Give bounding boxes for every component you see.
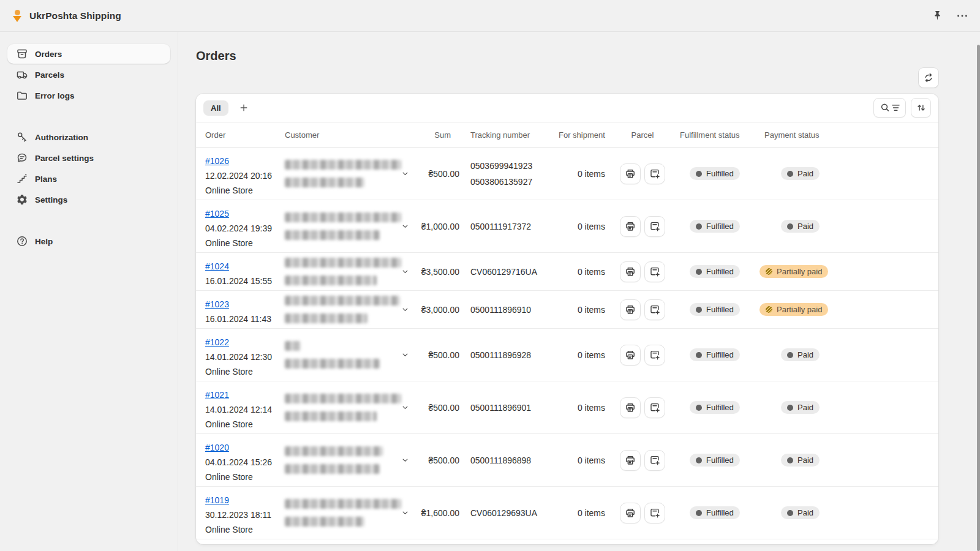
create-parcel-button[interactable] [644,503,665,523]
create-parcel-button[interactable] [644,163,665,184]
add-label-icon [649,304,661,316]
for-shipment-cell: 0 items [559,305,605,315]
add-label-icon [649,402,661,414]
status-dot-icon [787,352,793,358]
ellipsis-menu-icon[interactable] [956,9,969,23]
sidebar-item-authorization[interactable]: Authorization [7,127,170,147]
payment-status-badge: Paid [781,348,820,361]
key-icon [16,131,28,143]
for-shipment-cell: 0 items [559,169,605,179]
chevron-down-icon[interactable] [401,350,410,359]
sidebar-item-plans[interactable]: Plans [7,169,170,189]
create-parcel-button[interactable] [644,345,665,365]
printer-icon [624,454,636,467]
order-cell: #1024 16.01.2024 15:55 [205,253,285,288]
logo-body-shape [13,16,21,22]
print-label-button[interactable] [620,163,641,184]
create-parcel-button[interactable] [644,261,665,282]
create-parcel-button[interactable] [644,299,665,320]
print-label-button[interactable] [620,261,641,282]
order-number-link[interactable]: #1021 [205,390,229,400]
sidebar-item-parcel-settings[interactable]: Parcel settings [7,148,170,168]
tracking-number-cell: 05036999419230503806135927 [459,161,559,187]
customer-phone-blurred [285,359,380,369]
sidebar: Orders Parcels Error logs Authorization … [0,32,178,551]
chevron-down-icon[interactable] [401,508,410,517]
customer-phone-blurred [285,517,364,527]
page-scrollbar[interactable] [977,45,980,551]
order-number-link[interactable]: #1023 [205,299,229,309]
table-row: #1019 30.12.2023 18:11 Online Store ₴1,6… [196,487,938,539]
tab-all[interactable]: All [203,100,228,116]
plus-icon [239,103,249,113]
add-view-button[interactable] [236,100,252,116]
for-shipment-cell: 0 items [559,222,605,231]
payment-status-cell: Paid [760,167,938,180]
sort-button[interactable] [911,98,931,118]
customer-name-blurred [285,212,401,222]
status-dot-icon [696,269,702,275]
sum-cell: ₴500.00 [413,403,459,413]
printer-icon [624,168,636,180]
chevron-down-icon[interactable] [401,222,410,231]
parcel-cell [605,345,680,365]
page-title: Orders [196,49,938,63]
print-label-button[interactable] [620,299,641,320]
column-header-for-shipment: For shipment [559,130,605,140]
sidebar-item-parcels[interactable]: Parcels [7,65,170,84]
for-shipment-cell: 0 items [559,350,605,360]
customer-cell [285,499,413,527]
customer-phone-blurred [285,411,377,421]
chevron-down-icon[interactable] [401,169,410,178]
order-number-link[interactable]: #1026 [205,156,229,166]
order-number-link[interactable]: #1025 [205,209,229,219]
search-and-filter-button[interactable] [873,98,906,118]
sidebar-item-error-logs[interactable]: Error logs [7,86,170,105]
print-label-button[interactable] [620,345,641,365]
gear-icon [16,193,28,206]
create-parcel-button[interactable] [644,216,665,237]
sidebar-item-help[interactable]: Help [7,231,170,251]
order-date: 12.02.2024 20:16 [205,168,285,183]
status-dot-icon [787,223,793,230]
add-label-icon [649,266,661,278]
customer-cell [285,258,413,285]
order-number-link[interactable]: #1019 [205,495,229,505]
payment-status-label: Partially paid [777,267,822,276]
sidebar-item-label: Settings [35,195,67,204]
payment-status-cell: Paid [760,506,938,519]
customer-name-blurred [285,341,301,351]
column-header-sum: Sum [413,130,459,140]
table-row: #1023 16.01.2024 11:43 ₴3,000.00 0500111… [196,291,938,329]
order-number-link[interactable]: #1024 [205,261,229,271]
index-filter-bar: All [196,94,938,122]
create-parcel-button[interactable] [644,397,665,418]
folder-icon [16,89,28,102]
chevron-down-icon[interactable] [401,305,410,314]
sidebar-item-settings[interactable]: Settings [7,190,170,209]
print-label-button[interactable] [620,450,641,471]
order-number-link[interactable]: #1020 [205,443,229,452]
print-label-button[interactable] [620,503,641,523]
sidebar-item-label: Plans [35,174,57,184]
print-label-button[interactable] [620,216,641,237]
refresh-button[interactable] [919,68,938,88]
payment-status-cell: Paid [760,401,938,414]
order-cell: #1023 16.01.2024 11:43 [205,291,285,326]
parcel-cell [605,450,680,471]
customer-phone-blurred [285,178,364,187]
app-title: UkrPoshta Shipping [29,10,121,21]
chevron-down-icon[interactable] [401,455,410,465]
pin-icon[interactable] [932,10,943,21]
chevron-down-icon[interactable] [401,403,410,412]
printer-icon [624,304,636,316]
payment-status-label: Paid [797,403,813,412]
sidebar-item-orders[interactable]: Orders [7,44,170,64]
print-label-button[interactable] [620,397,641,418]
chevron-down-icon[interactable] [401,267,410,276]
create-parcel-button[interactable] [644,450,665,471]
topbar: UkrPoshta Shipping [0,0,980,32]
fulfillment-status-label: Fulfilled [706,403,734,412]
column-header-tracking: Tracking number [459,130,559,140]
order-number-link[interactable]: #1022 [205,337,229,347]
